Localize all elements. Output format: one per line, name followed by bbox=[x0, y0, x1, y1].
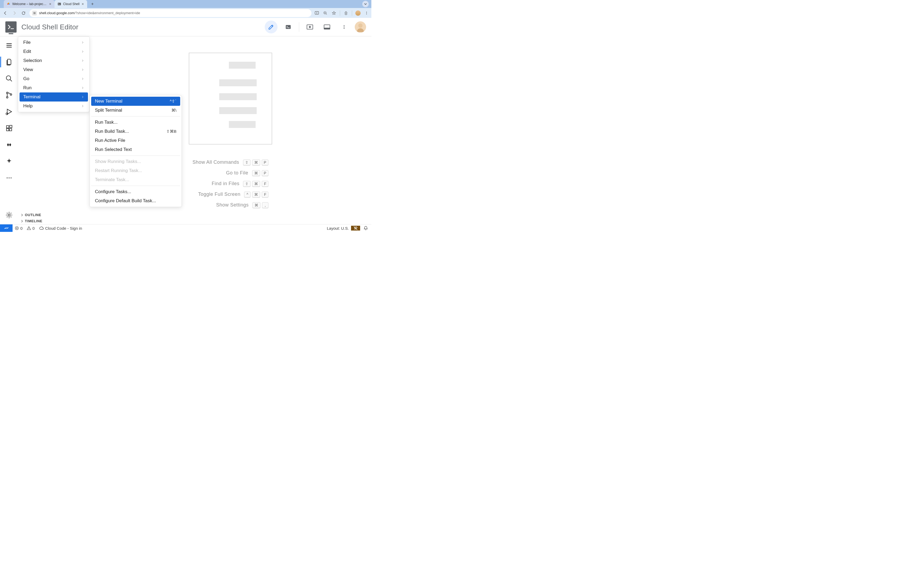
browser-tab-title: Cloud Shell bbox=[63, 2, 79, 6]
svg-point-18 bbox=[344, 28, 344, 29]
main-menu-popup: File Edit Selection View Go Run Terminal… bbox=[18, 36, 90, 112]
more-menu-button[interactable] bbox=[338, 21, 351, 34]
terminal-submenu-popup: New Terminal^⇧` Split Terminal⌘\ Run Tas… bbox=[90, 95, 182, 207]
install-pwa-icon[interactable] bbox=[314, 10, 320, 16]
reload-button[interactable] bbox=[20, 10, 27, 16]
svg-point-16 bbox=[344, 25, 344, 26]
browser-menu-icon[interactable] bbox=[364, 10, 369, 16]
run-debug-button[interactable] bbox=[3, 105, 16, 118]
favicon-gcp-icon bbox=[6, 2, 11, 6]
bookmark-icon[interactable] bbox=[331, 10, 337, 16]
browser-tab-welcome[interactable]: Welcome – lab-project-id-ex × bbox=[4, 0, 55, 8]
svg-point-4 bbox=[34, 12, 34, 13]
tabs-dropdown-button[interactable] bbox=[362, 1, 369, 7]
problems-warnings[interactable]: 0 bbox=[24, 226, 37, 230]
menu-go[interactable]: Go bbox=[19, 74, 88, 83]
favicon-shell-icon bbox=[57, 2, 61, 6]
profile-avatar-icon[interactable] bbox=[355, 10, 361, 16]
site-settings-icon[interactable] bbox=[32, 11, 37, 16]
shortcut-toggle-full-screen: Toggle Full Screen ^⌘F bbox=[192, 192, 268, 197]
cloud-code-signin[interactable]: Cloud Code - Sign in bbox=[37, 226, 84, 230]
outline-label: OUTLINE bbox=[25, 213, 41, 217]
menu-selection[interactable]: Selection bbox=[19, 56, 88, 65]
svg-rect-15 bbox=[324, 28, 330, 29]
chevron-right-icon bbox=[20, 219, 24, 223]
user-avatar[interactable] bbox=[355, 21, 366, 32]
submenu-show-running-tasks: Show Running Tasks... bbox=[91, 157, 180, 166]
back-button[interactable] bbox=[2, 10, 8, 16]
settings-gear-button[interactable] bbox=[3, 209, 16, 221]
close-icon[interactable]: × bbox=[81, 2, 84, 6]
search-button[interactable] bbox=[3, 72, 16, 85]
outline-section-header[interactable]: OUTLINE bbox=[18, 212, 90, 218]
problems-errors[interactable]: 0 bbox=[13, 226, 24, 230]
extensions-icon[interactable] bbox=[343, 10, 349, 16]
keyboard-layout[interactable]: Layout: U.S. bbox=[325, 226, 351, 230]
submenu-new-terminal[interactable]: New Terminal^⇧` bbox=[91, 97, 180, 106]
svg-point-20 bbox=[358, 24, 363, 28]
source-control-button[interactable] bbox=[3, 89, 16, 102]
close-icon[interactable]: × bbox=[48, 2, 52, 6]
editor-mode-button[interactable] bbox=[265, 21, 278, 34]
app-title: Cloud Shell Editor bbox=[21, 23, 79, 31]
menu-view[interactable]: View bbox=[19, 65, 88, 74]
extensions-button[interactable] bbox=[3, 122, 16, 135]
submenu-run-build-task[interactable]: Run Build Task...⇧⌘B bbox=[91, 127, 180, 136]
notifications-button[interactable] bbox=[360, 226, 372, 230]
hamburger-menu-button[interactable] bbox=[3, 39, 16, 52]
preview-button[interactable] bbox=[304, 21, 316, 34]
svg-rect-26 bbox=[6, 126, 9, 128]
notification-badge[interactable] bbox=[351, 226, 360, 230]
browser-tab-title: Welcome – lab-project-id-ex bbox=[12, 2, 47, 6]
submenu-run-task[interactable]: Run Task... bbox=[91, 118, 180, 127]
submenu-configure-tasks[interactable]: Configure Tasks... bbox=[91, 187, 180, 196]
svg-point-9 bbox=[366, 11, 367, 12]
shortcut-go-to-file: Go to File ⌘P bbox=[192, 170, 268, 176]
svg-rect-12 bbox=[286, 25, 291, 29]
bell-icon bbox=[363, 226, 368, 230]
placeholder-document-icon bbox=[189, 53, 272, 145]
chevron-right-icon bbox=[81, 50, 84, 53]
submenu-run-active-file[interactable]: Run Active File bbox=[91, 136, 180, 145]
menu-file[interactable]: File bbox=[19, 38, 88, 47]
chevron-right-icon bbox=[81, 95, 84, 98]
timeline-section-header[interactable]: TIMELINE bbox=[18, 218, 90, 224]
remote-indicator-button[interactable] bbox=[0, 224, 13, 232]
forward-button[interactable] bbox=[11, 10, 18, 16]
menu-edit[interactable]: Edit bbox=[19, 47, 88, 56]
svg-rect-28 bbox=[10, 129, 12, 131]
menu-terminal[interactable]: Terminal bbox=[19, 92, 88, 102]
browser-tab-cloud-shell[interactable]: Cloud Shell × bbox=[55, 0, 87, 8]
menu-help[interactable]: Help bbox=[19, 102, 88, 111]
chevron-right-icon bbox=[20, 213, 24, 217]
svg-rect-27 bbox=[6, 129, 9, 131]
submenu-configure-default-build-task[interactable]: Configure Default Build Task... bbox=[91, 196, 180, 205]
svg-point-30 bbox=[6, 177, 8, 179]
zoom-icon[interactable] bbox=[323, 10, 328, 16]
new-tab-button[interactable]: + bbox=[89, 0, 96, 8]
svg-point-23 bbox=[6, 97, 8, 98]
cloud-code-button[interactable] bbox=[3, 139, 16, 151]
menu-separator bbox=[91, 116, 180, 116]
error-icon bbox=[15, 226, 19, 230]
svg-rect-29 bbox=[10, 125, 12, 128]
url-input[interactable]: shell.cloud.google.com/?show=ide&environ… bbox=[29, 9, 312, 17]
submenu-run-selected-text[interactable]: Run Selected Text bbox=[91, 145, 180, 154]
browser-chrome: Welcome – lab-project-id-ex × Cloud Shel… bbox=[0, 0, 372, 18]
menu-separator bbox=[91, 155, 180, 156]
svg-point-31 bbox=[8, 177, 10, 179]
submenu-split-terminal[interactable]: Split Terminal⌘\ bbox=[91, 106, 180, 115]
open-in-new-window-button[interactable] bbox=[321, 21, 333, 34]
explorer-button[interactable] bbox=[3, 56, 16, 68]
browser-tab-strip: Welcome – lab-project-id-ex × Cloud Shel… bbox=[0, 0, 372, 8]
terminal-mode-button[interactable] bbox=[282, 21, 295, 34]
separator bbox=[299, 22, 299, 32]
more-activity-button[interactable] bbox=[3, 171, 16, 184]
ai-assist-button[interactable] bbox=[3, 155, 16, 168]
svg-point-10 bbox=[366, 13, 367, 13]
menu-separator bbox=[91, 185, 180, 186]
chevron-right-icon bbox=[81, 77, 84, 81]
menu-run[interactable]: Run bbox=[19, 83, 88, 92]
shortcut-show-all-commands: Show All Commands ⇧⌘P bbox=[192, 160, 268, 165]
chevron-right-icon bbox=[81, 41, 84, 44]
